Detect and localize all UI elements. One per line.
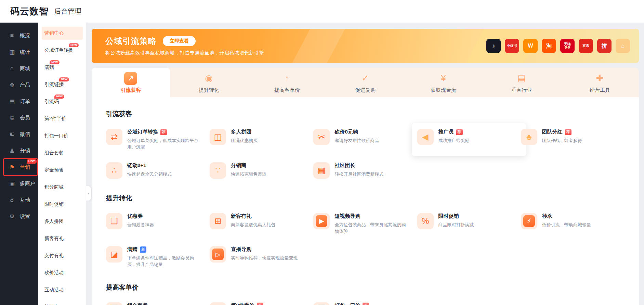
feature-card-推广员[interactable]: ◀ 推广员 荐 成功推广给奖励 (412, 123, 526, 156)
submenu-item-营销中心[interactable]: 营销中心 (42, 27, 83, 40)
submenu-item-引流码[interactable]: 引流码NEW (42, 95, 83, 108)
feature-card-秒杀[interactable]: ⚡ 秒杀 低价引流，带动商城销量 (521, 213, 625, 235)
tab-促进复购[interactable]: ✓ 促进复购 (326, 68, 405, 97)
feature-card-短视频导购[interactable]: ▶ 短视频导购 全方位包装商品，带来身临其境的购物体验 (313, 213, 417, 235)
tab-获取现金流[interactable]: ¥ 获取现金流 (404, 68, 483, 97)
submenu-item-引流链接[interactable]: 引流链接NEW (42, 78, 83, 91)
tab-垂直行业[interactable]: ▤ 垂直行业 (483, 68, 561, 97)
feature-section: 提升转化 ❏ 优惠券 营销必备神器 ⊞ 新客有礼 向新客发放优惠大礼包 ▶ 短视… (106, 194, 625, 268)
new-badge: NEW (69, 43, 79, 47)
submenu-item-满赠[interactable]: 满赠NEW (42, 61, 83, 74)
feature-card-限时促销[interactable]: % 限时促销 商品限时打折满减 (417, 213, 521, 235)
community-icon: ▦ (313, 162, 330, 179)
promo-banner: 公域引流策略 立即查看 将公域粉丝高效引导至私域商城，打造专属流量池，开启私域增… (92, 29, 639, 63)
card-desc: 营销必备神器 (127, 222, 154, 228)
card-title: 团队分红 (542, 129, 563, 135)
coupon-icon: ❏ (106, 213, 122, 229)
tab-cash-flow-icon: ¥ (437, 72, 450, 85)
live-tv-icon: ▷ (210, 246, 226, 263)
new-badge: NEW (59, 77, 69, 81)
submenu-item-组合套餐[interactable]: 组合套餐 (42, 147, 83, 160)
feature-card-第2件半价[interactable]: ½ 第2件半价 荐 再买1件立享优惠，刺激客户下单，提升商品销量 (210, 302, 313, 305)
tab-引流获客[interactable]: ↗ 引流获客 (92, 68, 170, 97)
feature-card-多人拼团[interactable]: ◫ 多人拼团 团满优惠购买 (210, 129, 313, 151)
card-grid: ❏ 优惠券 营销必备神器 ⊞ 新客有礼 向新客发放优惠大礼包 ▶ 短视频导购 全… (106, 213, 625, 268)
sidebar-item-多商户[interactable]: ▣ 多商户 (0, 175, 38, 192)
tab-vertical-icon: ▤ (515, 72, 528, 85)
sidebar-item-统计[interactable]: ▥ 统计 (0, 44, 38, 60)
distribution-icon: ♟ (8, 147, 16, 154)
sidebar-item-互动[interactable]: ☌ 互动 (0, 192, 38, 208)
submenu-item-互动活动[interactable]: 互动活动 (42, 283, 83, 296)
sidebar-item-产品[interactable]: ❖ 产品 (0, 77, 38, 93)
primary-sidebar: ≡ 概况 ▥ 统计 ⌂ 商城 ❖ 产品 ▤ 订单 ♔ 会员 ☯ 微信 ♟ 分销 … (0, 23, 38, 305)
feature-card-直播导购[interactable]: ▷ 直播导购 实时导购推荐，快速实现流量变现 (210, 246, 313, 268)
submenu-item-公域订单转换[interactable]: 公域订单转换NEW (42, 44, 83, 57)
wechat-icon: ☯ (8, 131, 16, 138)
card-grid: ⇄ 公域订单转换 荐 公域订单兑奖励，低成本实现跨平台用户沉淀 ◫ 多人拼团 团… (106, 129, 625, 179)
sidebar-collapse-handle[interactable]: ‹ (86, 186, 91, 201)
gift-bag-icon: ◪ (106, 246, 122, 263)
sidebar-item-营销[interactable]: ⚑ 营销HOT (0, 159, 38, 175)
feature-card-分销商[interactable]: ∵ 分销商 快速拓宽销售渠道 (210, 162, 313, 179)
feature-card-社区团长[interactable]: ▦ 社区团长 轻松开启社区消费新模式 (313, 162, 417, 179)
submenu-item-礼品卡[interactable]: 礼品卡 (42, 301, 83, 305)
sidebar-item-会员[interactable]: ♔ 会员 (0, 110, 38, 126)
feature-card-满赠[interactable]: ◪ 满赠 新 下单满条件即送赠品，激励会员购买，提升产品销量 (106, 246, 210, 268)
sidebar-item-分销[interactable]: ♟ 分销 (0, 142, 38, 159)
submenu-item-第2件半价[interactable]: 第2件半价 (42, 112, 83, 125)
sidebar-item-订单[interactable]: ▤ 订单 (0, 93, 38, 110)
card-badge: 荐 (160, 129, 167, 135)
card-desc: 全方位包装商品，带来身临其境的购物体验 (334, 222, 406, 235)
tmall-icon: 天猫 0·0 (560, 39, 575, 53)
category-tabbar: ↗ 引流获客 ◉ 提升转化 ↑ 提高客单价 ✓ 促进复购 ¥ 获取现金流 ▤ 垂… (92, 68, 639, 97)
submenu-item-定金预售[interactable]: 定金预售 (42, 164, 83, 177)
app-subtitle: 后台管理 (54, 7, 81, 16)
settings-icon: ⚙ (8, 213, 16, 220)
submenu-item-限时促销[interactable]: 限时促销 (42, 198, 83, 211)
feature-card-优惠券[interactable]: ❏ 优惠券 营销必备神器 (106, 213, 210, 235)
feature-card-新客有礼[interactable]: ⊞ 新客有礼 向新客发放优惠大礼包 (210, 213, 313, 235)
tab-经营工具[interactable]: ✚ 经营工具 (561, 68, 639, 97)
feature-card-打包一口价[interactable]: N 打包一口价 荐 一口价随心选，有效提升客单价 (313, 302, 417, 305)
card-title: 砍价0元购 (334, 129, 358, 135)
card-title: 优惠券 (127, 213, 143, 219)
feature-card-链动2+1[interactable]: ∴ 链动2+1 快速起盘全民分销模式 (106, 162, 210, 179)
card-badge: 荐 (257, 303, 263, 305)
feature-card-公域订单转换[interactable]: ⇄ 公域订单转换 荐 公域订单兑奖励，低成本实现跨平台用户沉淀 (106, 129, 210, 151)
submenu-item-多人拼团[interactable]: 多人拼团 (42, 215, 83, 228)
card-desc: 商品限时打折满减 (438, 222, 474, 228)
card-title: 第2件半价 (231, 302, 254, 305)
feature-card-砍价0元购[interactable]: ✂ 砍价0元购 邀请好友帮忙砍价商品 (313, 129, 417, 151)
sidebar-item-微信[interactable]: ☯ 微信 (0, 126, 38, 142)
submenu-item-新客有礼[interactable]: 新客有礼 (42, 232, 83, 245)
card-desc: 团满优惠购买 (231, 138, 258, 144)
sidebar-item-概况[interactable]: ≡ 概况 (0, 27, 38, 44)
card-title: 分销商 (231, 162, 246, 169)
feature-card-组合套餐[interactable]: ∪ 组合套餐 关联商品组合销售 (106, 302, 210, 305)
douyin-icon: ♪ (486, 39, 501, 53)
card-badge: 荐 (565, 129, 571, 135)
tab-提升转化[interactable]: ◉ 提升转化 (170, 68, 248, 97)
hot-badge: HOT (27, 159, 37, 164)
card-title: 推广员 (438, 129, 454, 135)
submenu-item-支付有礼[interactable]: 支付有礼 (42, 249, 83, 262)
secondary-sidebar: 营销中心 公域订单转换NEW 满赠NEW 引流链接NEW 引流码NEW 第2件半… (38, 23, 86, 305)
card-desc: 团队作战，能者多得 (542, 138, 582, 144)
feature-card-团队分红[interactable]: ♣ 团队分红 荐 团队作战，能者多得 (521, 129, 625, 151)
card-title: 秒杀 (542, 213, 552, 219)
card-desc: 快速拓宽销售渠道 (231, 171, 266, 178)
card-title: 组合套餐 (127, 302, 148, 305)
submenu-item-砍价活动[interactable]: 砍价活动 (42, 266, 83, 279)
app-header: 码云数智 后台管理 (0, 0, 644, 23)
submenu-item-积分商城[interactable]: 积分商城 (42, 181, 83, 194)
sidebar-item-商城[interactable]: ⌂ 商城 (0, 60, 38, 77)
view-now-button[interactable]: 立即查看 (163, 36, 196, 46)
sidebar-item-设置[interactable]: ⚙ 设置 (0, 208, 38, 225)
products-icon: ❖ (8, 81, 16, 89)
gift-icon: ⊞ (210, 213, 226, 229)
tab-chart-board-icon: ↗ (124, 72, 137, 85)
flash-icon: ⚡ (521, 213, 537, 229)
submenu-item-打包一口价[interactable]: 打包一口价 (42, 129, 83, 142)
tab-提高客单价[interactable]: ↑ 提高客单价 (248, 68, 326, 97)
